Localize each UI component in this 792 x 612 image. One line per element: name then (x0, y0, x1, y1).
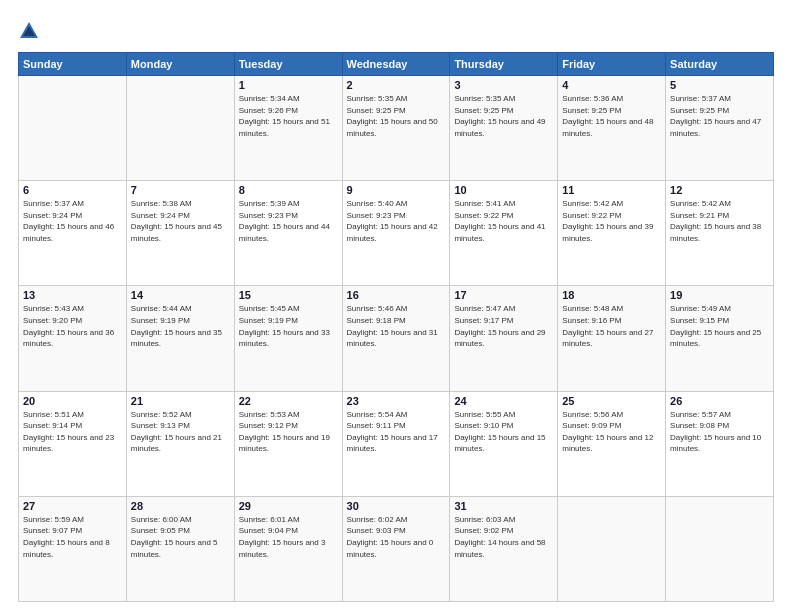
day-info: Sunrise: 5:44 AM Sunset: 9:19 PM Dayligh… (131, 303, 230, 349)
day-number: 31 (454, 500, 553, 512)
calendar-day-cell: 2Sunrise: 5:35 AM Sunset: 9:25 PM Daylig… (342, 76, 450, 181)
logo-icon (18, 20, 40, 42)
calendar-day-cell: 24Sunrise: 5:55 AM Sunset: 9:10 PM Dayli… (450, 391, 558, 496)
day-number: 4 (562, 79, 661, 91)
calendar-header-row: SundayMondayTuesdayWednesdayThursdayFrid… (19, 53, 774, 76)
calendar-day-cell (126, 76, 234, 181)
day-info: Sunrise: 5:48 AM Sunset: 9:16 PM Dayligh… (562, 303, 661, 349)
calendar-day-cell: 19Sunrise: 5:49 AM Sunset: 9:15 PM Dayli… (666, 286, 774, 391)
day-info: Sunrise: 6:00 AM Sunset: 9:05 PM Dayligh… (131, 514, 230, 560)
day-number: 28 (131, 500, 230, 512)
calendar-week-row: 27Sunrise: 5:59 AM Sunset: 9:07 PM Dayli… (19, 496, 774, 601)
calendar-week-row: 20Sunrise: 5:51 AM Sunset: 9:14 PM Dayli… (19, 391, 774, 496)
calendar-day-cell: 4Sunrise: 5:36 AM Sunset: 9:25 PM Daylig… (558, 76, 666, 181)
day-info: Sunrise: 5:39 AM Sunset: 9:23 PM Dayligh… (239, 198, 338, 244)
calendar-day-cell (558, 496, 666, 601)
calendar-day-cell: 16Sunrise: 5:46 AM Sunset: 9:18 PM Dayli… (342, 286, 450, 391)
day-number: 12 (670, 184, 769, 196)
day-number: 5 (670, 79, 769, 91)
calendar-day-cell: 21Sunrise: 5:52 AM Sunset: 9:13 PM Dayli… (126, 391, 234, 496)
calendar-day-cell: 7Sunrise: 5:38 AM Sunset: 9:24 PM Daylig… (126, 181, 234, 286)
calendar-day-cell: 20Sunrise: 5:51 AM Sunset: 9:14 PM Dayli… (19, 391, 127, 496)
calendar-day-cell: 17Sunrise: 5:47 AM Sunset: 9:17 PM Dayli… (450, 286, 558, 391)
day-number: 18 (562, 289, 661, 301)
day-info: Sunrise: 5:47 AM Sunset: 9:17 PM Dayligh… (454, 303, 553, 349)
day-info: Sunrise: 5:35 AM Sunset: 9:25 PM Dayligh… (347, 93, 446, 139)
day-info: Sunrise: 5:38 AM Sunset: 9:24 PM Dayligh… (131, 198, 230, 244)
weekday-header: Monday (126, 53, 234, 76)
logo (18, 18, 44, 42)
day-info: Sunrise: 5:57 AM Sunset: 9:08 PM Dayligh… (670, 409, 769, 455)
day-info: Sunrise: 5:52 AM Sunset: 9:13 PM Dayligh… (131, 409, 230, 455)
day-number: 30 (347, 500, 446, 512)
day-number: 16 (347, 289, 446, 301)
day-info: Sunrise: 5:36 AM Sunset: 9:25 PM Dayligh… (562, 93, 661, 139)
calendar-day-cell: 9Sunrise: 5:40 AM Sunset: 9:23 PM Daylig… (342, 181, 450, 286)
calendar-day-cell: 8Sunrise: 5:39 AM Sunset: 9:23 PM Daylig… (234, 181, 342, 286)
day-info: Sunrise: 5:43 AM Sunset: 9:20 PM Dayligh… (23, 303, 122, 349)
calendar-table: SundayMondayTuesdayWednesdayThursdayFrid… (18, 52, 774, 602)
day-info: Sunrise: 5:55 AM Sunset: 9:10 PM Dayligh… (454, 409, 553, 455)
day-number: 25 (562, 395, 661, 407)
day-number: 3 (454, 79, 553, 91)
weekday-header: Wednesday (342, 53, 450, 76)
day-number: 20 (23, 395, 122, 407)
day-info: Sunrise: 5:37 AM Sunset: 9:25 PM Dayligh… (670, 93, 769, 139)
day-number: 7 (131, 184, 230, 196)
calendar-day-cell: 10Sunrise: 5:41 AM Sunset: 9:22 PM Dayli… (450, 181, 558, 286)
day-info: Sunrise: 5:37 AM Sunset: 9:24 PM Dayligh… (23, 198, 122, 244)
calendar-day-cell: 31Sunrise: 6:03 AM Sunset: 9:02 PM Dayli… (450, 496, 558, 601)
calendar-day-cell: 22Sunrise: 5:53 AM Sunset: 9:12 PM Dayli… (234, 391, 342, 496)
day-info: Sunrise: 5:41 AM Sunset: 9:22 PM Dayligh… (454, 198, 553, 244)
calendar-day-cell: 12Sunrise: 5:42 AM Sunset: 9:21 PM Dayli… (666, 181, 774, 286)
day-info: Sunrise: 5:59 AM Sunset: 9:07 PM Dayligh… (23, 514, 122, 560)
day-info: Sunrise: 5:34 AM Sunset: 9:26 PM Dayligh… (239, 93, 338, 139)
day-number: 19 (670, 289, 769, 301)
weekday-header: Thursday (450, 53, 558, 76)
day-number: 27 (23, 500, 122, 512)
day-number: 15 (239, 289, 338, 301)
weekday-header: Saturday (666, 53, 774, 76)
day-number: 6 (23, 184, 122, 196)
day-number: 13 (23, 289, 122, 301)
calendar-day-cell: 15Sunrise: 5:45 AM Sunset: 9:19 PM Dayli… (234, 286, 342, 391)
calendar-day-cell: 6Sunrise: 5:37 AM Sunset: 9:24 PM Daylig… (19, 181, 127, 286)
day-info: Sunrise: 6:02 AM Sunset: 9:03 PM Dayligh… (347, 514, 446, 560)
day-info: Sunrise: 5:46 AM Sunset: 9:18 PM Dayligh… (347, 303, 446, 349)
day-number: 22 (239, 395, 338, 407)
day-number: 2 (347, 79, 446, 91)
calendar-day-cell: 23Sunrise: 5:54 AM Sunset: 9:11 PM Dayli… (342, 391, 450, 496)
calendar-day-cell: 3Sunrise: 5:35 AM Sunset: 9:25 PM Daylig… (450, 76, 558, 181)
day-number: 29 (239, 500, 338, 512)
day-info: Sunrise: 5:51 AM Sunset: 9:14 PM Dayligh… (23, 409, 122, 455)
calendar-day-cell: 30Sunrise: 6:02 AM Sunset: 9:03 PM Dayli… (342, 496, 450, 601)
calendar-day-cell: 1Sunrise: 5:34 AM Sunset: 9:26 PM Daylig… (234, 76, 342, 181)
calendar-day-cell: 5Sunrise: 5:37 AM Sunset: 9:25 PM Daylig… (666, 76, 774, 181)
day-number: 23 (347, 395, 446, 407)
day-info: Sunrise: 5:49 AM Sunset: 9:15 PM Dayligh… (670, 303, 769, 349)
weekday-header: Sunday (19, 53, 127, 76)
day-number: 10 (454, 184, 553, 196)
calendar-week-row: 13Sunrise: 5:43 AM Sunset: 9:20 PM Dayli… (19, 286, 774, 391)
calendar-day-cell: 14Sunrise: 5:44 AM Sunset: 9:19 PM Dayli… (126, 286, 234, 391)
day-info: Sunrise: 5:42 AM Sunset: 9:21 PM Dayligh… (670, 198, 769, 244)
day-number: 1 (239, 79, 338, 91)
day-number: 14 (131, 289, 230, 301)
calendar-day-cell: 28Sunrise: 6:00 AM Sunset: 9:05 PM Dayli… (126, 496, 234, 601)
day-info: Sunrise: 6:03 AM Sunset: 9:02 PM Dayligh… (454, 514, 553, 560)
calendar-day-cell: 26Sunrise: 5:57 AM Sunset: 9:08 PM Dayli… (666, 391, 774, 496)
day-number: 8 (239, 184, 338, 196)
calendar-week-row: 1Sunrise: 5:34 AM Sunset: 9:26 PM Daylig… (19, 76, 774, 181)
day-info: Sunrise: 5:45 AM Sunset: 9:19 PM Dayligh… (239, 303, 338, 349)
calendar-day-cell (19, 76, 127, 181)
calendar-day-cell: 11Sunrise: 5:42 AM Sunset: 9:22 PM Dayli… (558, 181, 666, 286)
day-info: Sunrise: 5:40 AM Sunset: 9:23 PM Dayligh… (347, 198, 446, 244)
day-info: Sunrise: 5:54 AM Sunset: 9:11 PM Dayligh… (347, 409, 446, 455)
day-number: 26 (670, 395, 769, 407)
calendar-week-row: 6Sunrise: 5:37 AM Sunset: 9:24 PM Daylig… (19, 181, 774, 286)
page: SundayMondayTuesdayWednesdayThursdayFrid… (0, 0, 792, 612)
day-info: Sunrise: 5:35 AM Sunset: 9:25 PM Dayligh… (454, 93, 553, 139)
day-info: Sunrise: 5:53 AM Sunset: 9:12 PM Dayligh… (239, 409, 338, 455)
calendar-day-cell: 13Sunrise: 5:43 AM Sunset: 9:20 PM Dayli… (19, 286, 127, 391)
day-number: 9 (347, 184, 446, 196)
